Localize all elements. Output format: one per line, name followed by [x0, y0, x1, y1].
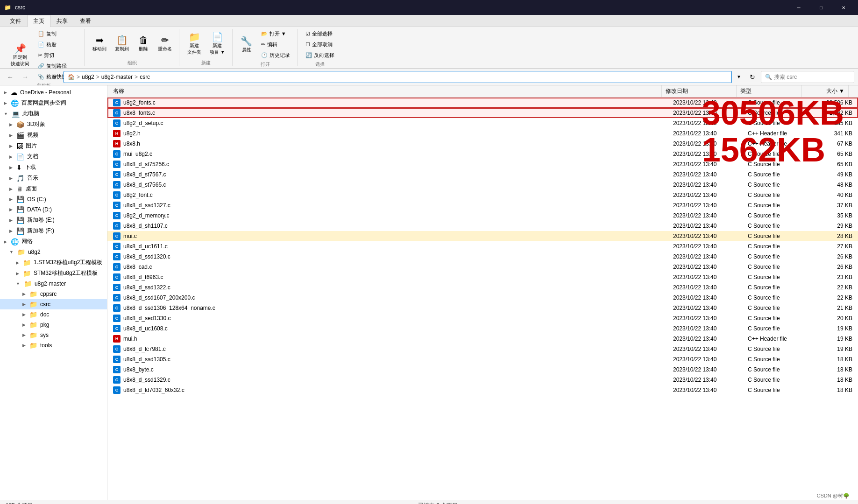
file-row[interactable]: H u8x8.h 2023/10/22 13:40 C++ Header fil… [107, 139, 858, 149]
up-button[interactable]: ↑ [34, 70, 47, 84]
address-path[interactable]: 🏠 > u8g2 > u8g2-master > csrc [64, 71, 732, 83]
edit-button[interactable]: ✏ 编辑 [258, 40, 293, 49]
pin-quick-access-button[interactable]: 📌 固定到快速访问 [7, 42, 33, 70]
file-type-icon: C [113, 273, 121, 281]
move-to-button[interactable]: ➡ 移动到 [89, 33, 110, 55]
sidebar-item-os-(c:)[interactable]: ▶💾OS (C:) [0, 194, 107, 204]
copy-to-button[interactable]: 📋 复制到 [112, 33, 132, 55]
file-row[interactable]: H u8g2.h 2023/10/22 13:40 C++ Header fil… [107, 128, 858, 139]
file-row[interactable]: C u8x8_fonts.c 2023/10/22 13:40 C Source… [107, 108, 858, 118]
sidebar-item-文档[interactable]: ▶📄文档 [0, 151, 107, 162]
search-box[interactable]: 🔍 [761, 71, 854, 83]
maximize-button[interactable]: □ [810, 0, 832, 15]
file-row[interactable]: C u8x8_d_ssd1329.c 2023/10/22 13:40 C So… [107, 375, 858, 385]
copy-path-button[interactable]: 🔗 复制路径 [35, 61, 80, 71]
back-button[interactable]: ← [4, 70, 17, 84]
col-header-size[interactable]: 大小 ▼ [802, 85, 849, 97]
file-row[interactable]: C u8x8_d_lc7981.c 2023/10/22 13:40 C Sou… [107, 344, 858, 354]
recent-locations-button[interactable]: ▼ [49, 70, 62, 84]
sidebar-item-3d对象[interactable]: ▶📦3D对象 [0, 119, 107, 130]
file-row[interactable]: C mui_u8g2.c 2023/10/22 13:40 C Source f… [107, 149, 858, 159]
new-folder-button[interactable]: 📁 新建文件夹 [184, 30, 205, 58]
file-row[interactable]: C u8x8_d_ld7032_60x32.c 2023/10/22 13:40… [107, 385, 858, 395]
refresh-button[interactable]: ↻ [746, 70, 759, 84]
file-row[interactable]: C u8x8_d_t6963.c 2023/10/22 13:40 C Sour… [107, 272, 858, 282]
paste-button[interactable]: 📄 粘贴 [35, 40, 80, 49]
rename-button[interactable]: ✏ 重命名 [155, 33, 175, 55]
sidebar-item-图片[interactable]: ▶🖼图片 [0, 140, 107, 151]
sidebar-item-csrc[interactable]: ▶📁csrc [0, 299, 107, 309]
file-row[interactable]: C u8x8_d_sh1107.c 2023/10/22 13:40 C Sou… [107, 221, 858, 231]
sidebar-item-下载[interactable]: ▶⬇下载 [0, 162, 107, 173]
file-row[interactable]: C u8g2_d_setup.c 2023/10/22 13:40 C Sour… [107, 118, 858, 128]
close-button[interactable]: ✕ [833, 0, 854, 15]
file-row[interactable]: C u8x8_d_st7565.c 2023/10/22 13:40 C Sou… [107, 180, 858, 190]
file-row[interactable]: C u8x8_byte.c 2023/10/22 13:40 C Source … [107, 364, 858, 375]
file-type: C Source file [744, 192, 809, 198]
sidebar-item-u8g2-master[interactable]: ▼📁u8g2-master [0, 279, 107, 289]
sidebar-item-新加卷-(f:)[interactable]: ▶💾新加卷 (F:) [0, 225, 107, 236]
path-u8g2-master[interactable]: u8g2-master [101, 74, 133, 80]
sidebar-item-桌面[interactable]: ▶🖥桌面 [0, 183, 107, 194]
sidebar-item-doc[interactable]: ▶📁doc [0, 309, 107, 320]
sidebar-item-新加卷-(e:)[interactable]: ▶💾新加卷 (E:) [0, 215, 107, 225]
cut-button[interactable]: ✂ 剪切 [35, 50, 80, 60]
sidebar-item-百度网盘同步空间[interactable]: ▶🌐百度网盘同步空间 [0, 98, 107, 108]
file-row[interactable]: C u8x8_d_uc1608.c 2023/10/22 13:40 C Sou… [107, 323, 858, 334]
expand-arrow-icon: ▶ [4, 90, 7, 95]
history-button[interactable]: 🕐 历史记录 [258, 50, 293, 60]
file-row[interactable]: C u8x8_d_ssd1327.c 2023/10/22 13:40 C So… [107, 200, 858, 210]
sidebar-item-音乐[interactable]: ▶🎵音乐 [0, 173, 107, 183]
path-dropdown-button[interactable]: ▼ [734, 74, 744, 79]
file-row[interactable]: C u8x8_d_ssd1320.c 2023/10/22 13:40 C So… [107, 252, 858, 262]
select-all-button[interactable]: ☑ 全部选择 [302, 29, 338, 39]
file-row[interactable]: C u8x8_cad.c 2023/10/22 13:40 C Source f… [107, 262, 858, 272]
file-row[interactable]: H mui.h 2023/10/22 13:40 C++ Header file… [107, 334, 858, 344]
search-input[interactable] [774, 74, 850, 80]
col-header-name[interactable]: 名称 [109, 85, 662, 97]
file-row[interactable]: C u8x8_d_uc1611.c 2023/10/22 13:40 C Sou… [107, 241, 858, 252]
sidebar-item-tools[interactable]: ▶📁tools [0, 340, 107, 350]
file-row[interactable]: C u8x8_d_ssd1305.c 2023/10/22 13:40 C So… [107, 354, 858, 364]
file-row[interactable]: C mui.c 2023/10/22 13:40 C Source file 2… [107, 231, 858, 241]
file-row[interactable]: C u8x8_d_ssd1322.c 2023/10/22 13:40 C So… [107, 282, 858, 293]
path-u8g2[interactable]: u8g2 [82, 74, 94, 80]
file-row[interactable]: C u8g2_fonts.c 2023/10/22 13:40 C Source… [107, 98, 858, 108]
tab-file[interactable]: 文件 [4, 15, 27, 27]
detail-view-icon[interactable]: ≡ [843, 503, 846, 504]
sidebar-item-视频[interactable]: ▶🎬视频 [0, 130, 107, 140]
minimize-button[interactable]: ─ [788, 0, 809, 15]
sidebar-item-此电脑[interactable]: ▼💻此电脑 [0, 108, 107, 119]
tab-view[interactable]: 查看 [74, 15, 97, 27]
file-row[interactable]: C u8g2_font.c 2023/10/22 13:40 C Source … [107, 190, 858, 200]
file-row[interactable]: C u8x8_d_st75256.c 2023/10/22 13:40 C So… [107, 159, 858, 169]
tab-share[interactable]: 共享 [50, 15, 74, 27]
sidebar-item-data-(d:)[interactable]: ▶💾DATA (D:) [0, 204, 107, 215]
sidebar-item-网络[interactable]: ▶🌐网络 [0, 236, 107, 247]
deselect-all-button[interactable]: ☐ 全部取消 [302, 40, 338, 49]
forward-button[interactable]: → [19, 70, 32, 84]
properties-button[interactable]: 🔧 属性 [237, 34, 256, 56]
sidebar-item-1.stm32移植u8g2工程模板[interactable]: ▶📁1.STM32移植u8g2工程模板 [0, 257, 107, 268]
col-header-type[interactable]: 类型 [737, 85, 802, 97]
file-row[interactable]: C u8x8_d_st7567.c 2023/10/22 13:40 C Sou… [107, 169, 858, 180]
path-csrc[interactable]: csrc [140, 74, 150, 80]
large-icon-view-icon[interactable]: ⊞ [848, 503, 852, 504]
file-row[interactable]: C u8x8_d_sed1330.c 2023/10/22 13:40 C So… [107, 313, 858, 323]
new-item-button[interactable]: 📄 新建项目 ▼ [206, 30, 228, 58]
file-row[interactable]: C u8x8_d_ssd1306_128x64_noname.c 2023/10… [107, 303, 858, 313]
invert-selection-button[interactable]: 🔄 反向选择 [302, 50, 338, 60]
open-button[interactable]: 📂 打开 ▼ [258, 29, 293, 39]
file-row[interactable]: C u8g2_d_memory.c 2023/10/22 13:40 C Sou… [107, 210, 858, 221]
sidebar-item-stm32移植u8g2工程模板[interactable]: ▶📁STM32移植u8g2工程模板 [0, 268, 107, 279]
sidebar-item-pkg[interactable]: ▶📁pkg [0, 320, 107, 330]
sidebar-item-u8g2[interactable]: ▼📁u8g2 [0, 247, 107, 257]
delete-button[interactable]: 🗑 删除 [134, 33, 153, 55]
sidebar-item-cppsrc[interactable]: ▶📁cppsrc [0, 289, 107, 299]
tab-home[interactable]: 主页 [27, 15, 50, 27]
copy-button[interactable]: 📋 复制 [35, 29, 80, 39]
sidebar-item-sys[interactable]: ▶📁sys [0, 330, 107, 340]
file-row[interactable]: C u8x8_d_ssd1607_200x200.c 2023/10/22 13… [107, 293, 858, 303]
sidebar-item-onedrive---personal[interactable]: ▶☁OneDrive - Personal [0, 87, 107, 98]
col-header-date[interactable]: 修改日期 [662, 85, 737, 97]
